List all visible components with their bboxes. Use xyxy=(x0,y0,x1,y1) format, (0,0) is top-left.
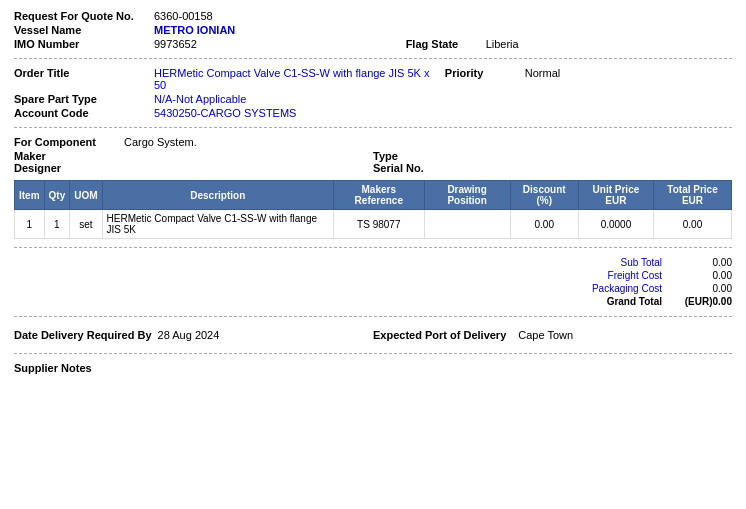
cell-total-price: 0.00 xyxy=(654,210,732,239)
priority-label: Priority xyxy=(445,67,525,91)
delivery-port-value: Cape Town xyxy=(518,329,573,341)
cell-description: HERMetic Compact Valve C1-SS-W with flan… xyxy=(102,210,333,239)
vessel-label: Vessel Name xyxy=(14,24,154,36)
component-section: For Component Cargo System. Maker Type D… xyxy=(14,136,732,174)
cell-uom: set xyxy=(70,210,102,239)
col-discount: Discount (%) xyxy=(510,181,578,210)
delivery-date-value: 28 Aug 2024 xyxy=(158,329,220,341)
grand-total-value: (EUR)0.00 xyxy=(672,296,732,307)
grand-total-row: Grand Total (EUR)0.00 xyxy=(432,295,732,308)
vessel-row: Vessel Name METRO IONIAN xyxy=(14,24,732,36)
designer-label: Designer xyxy=(14,162,124,174)
serial-label: Serial No. xyxy=(373,162,453,174)
packaging-value: 0.00 xyxy=(672,283,732,294)
for-component-value: Cargo System. xyxy=(124,136,197,148)
divider-2 xyxy=(14,127,732,128)
spare-label: Spare Part Type xyxy=(14,93,154,105)
account-value: 5430250-CARGO SYSTEMS xyxy=(154,107,296,119)
account-label: Account Code xyxy=(14,107,154,119)
order-label: Order Title xyxy=(14,67,154,91)
sub-total-value: 0.00 xyxy=(672,257,732,268)
totals-table: Sub Total 0.00 Freight Cost 0.00 Packagi… xyxy=(432,256,732,308)
imo-label: IMO Number xyxy=(14,38,154,50)
delivery-section: Date Delivery Required By 28 Aug 2024 Ex… xyxy=(14,325,732,345)
items-table: Item Qty UOM Description Makers Referenc… xyxy=(14,180,732,239)
cell-unit-price: 0.0000 xyxy=(578,210,653,239)
for-component-row: For Component Cargo System. xyxy=(14,136,732,148)
table-header-row: Item Qty UOM Description Makers Referenc… xyxy=(15,181,732,210)
spare-value: N/A-Not Applicable xyxy=(154,93,246,105)
col-description: Description xyxy=(102,181,333,210)
col-uom: UOM xyxy=(70,181,102,210)
imo-flag-row: IMO Number 9973652 Flag State Liberia xyxy=(14,38,732,50)
type-label: Type xyxy=(373,150,453,162)
freight-label: Freight Cost xyxy=(432,270,672,281)
col-total-price: Total Price EUR xyxy=(654,181,732,210)
vessel-value: METRO IONIAN xyxy=(154,24,235,36)
divider-1 xyxy=(14,58,732,59)
supplier-notes-section: Supplier Notes xyxy=(14,362,732,374)
totals-section: Sub Total 0.00 Freight Cost 0.00 Packagi… xyxy=(14,256,732,308)
col-unit-price: Unit Price EUR xyxy=(578,181,653,210)
delivery-port-label: Expected Port of Delivery xyxy=(373,329,506,341)
table-row: 1 1 set HERMetic Compact Valve C1-SS-W w… xyxy=(15,210,732,239)
divider-4 xyxy=(14,316,732,317)
designer-serial-row: Designer Serial No. xyxy=(14,162,732,174)
freight-value: 0.00 xyxy=(672,270,732,281)
order-priority-row: Order Title HERMetic Compact Valve C1-SS… xyxy=(14,67,732,91)
flag-label: Flag State xyxy=(406,38,486,50)
grand-total-label: Grand Total xyxy=(432,296,672,307)
maker-label: Maker xyxy=(14,150,124,162)
rfq-value: 6360-00158 xyxy=(154,10,213,22)
header-section: Request For Quote No. 6360-00158 Vessel … xyxy=(14,10,732,119)
cell-discount: 0.00 xyxy=(510,210,578,239)
divider-5 xyxy=(14,353,732,354)
cell-qty: 1 xyxy=(44,210,70,239)
for-component-label: For Component xyxy=(14,136,124,148)
col-makers-ref: Makers Reference xyxy=(333,181,424,210)
cell-makers-ref: TS 98077 xyxy=(333,210,424,239)
flag-value: Liberia xyxy=(486,38,519,50)
delivery-left: Date Delivery Required By 28 Aug 2024 xyxy=(14,329,373,341)
imo-value: 9973652 xyxy=(154,38,197,50)
delivery-date-label: Date Delivery Required By xyxy=(14,329,152,341)
col-drawing-pos: Drawing Position xyxy=(424,181,510,210)
packaging-row: Packaging Cost 0.00 xyxy=(432,282,732,295)
supplier-notes-label: Supplier Notes xyxy=(14,362,92,374)
maker-type-row: Maker Type xyxy=(14,150,732,162)
cell-item: 1 xyxy=(15,210,45,239)
sub-total-label: Sub Total xyxy=(432,257,672,268)
items-tbody: 1 1 set HERMetic Compact Valve C1-SS-W w… xyxy=(15,210,732,239)
col-qty: Qty xyxy=(44,181,70,210)
priority-value: Normal xyxy=(525,67,560,91)
spare-row: Spare Part Type N/A-Not Applicable xyxy=(14,93,732,105)
freight-row: Freight Cost 0.00 xyxy=(432,269,732,282)
account-row: Account Code 5430250-CARGO SYSTEMS xyxy=(14,107,732,119)
order-value: HERMetic Compact Valve C1-SS-W with flan… xyxy=(154,67,434,91)
cell-drawing-pos xyxy=(424,210,510,239)
rfq-label: Request For Quote No. xyxy=(14,10,154,22)
packaging-label: Packaging Cost xyxy=(432,283,672,294)
rfq-row: Request For Quote No. 6360-00158 xyxy=(14,10,732,22)
sub-total-row: Sub Total 0.00 xyxy=(432,256,732,269)
col-item: Item xyxy=(15,181,45,210)
delivery-right: Expected Port of Delivery Cape Town xyxy=(373,329,732,341)
divider-3 xyxy=(14,247,732,248)
